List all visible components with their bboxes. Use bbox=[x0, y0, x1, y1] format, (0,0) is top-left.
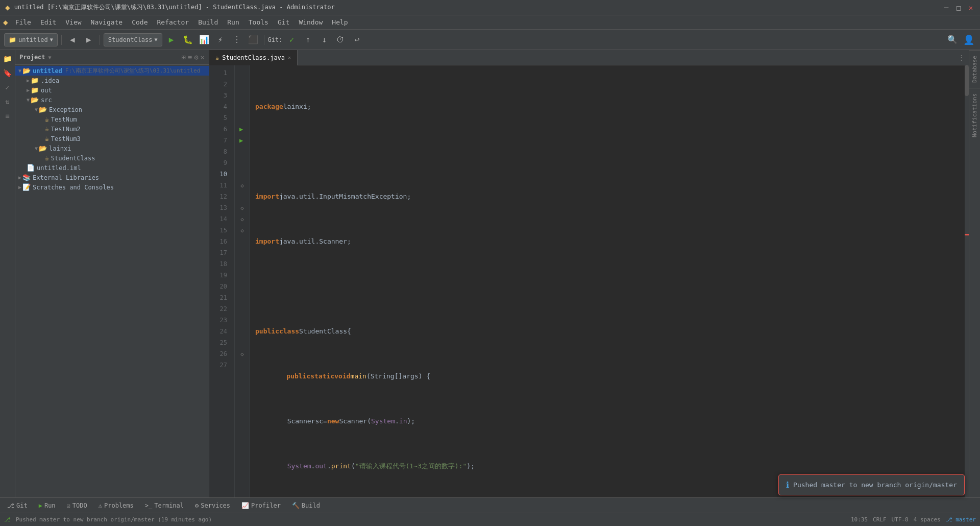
run-tab-icon: ▶ bbox=[39, 502, 42, 509]
tree-item-iml[interactable]: 📄 untitled.iml bbox=[15, 163, 209, 173]
indent-indicator[interactable]: 4 spaces bbox=[914, 516, 941, 523]
menu-build[interactable]: Build bbox=[194, 17, 222, 28]
tree-item-exception[interactable]: ▼ 📂 Exception bbox=[15, 105, 209, 114]
tab-close-button[interactable]: ✕ bbox=[288, 55, 291, 60]
tab-git[interactable]: ⎇ Git bbox=[2, 500, 33, 511]
coverage-button[interactable]: 📊 bbox=[197, 33, 211, 47]
project-selector[interactable]: 📁 untitled ▼ bbox=[4, 33, 58, 46]
code-content[interactable]: package lainxi; import java.util.InputMi… bbox=[250, 65, 969, 497]
project-name: untitled bbox=[18, 36, 48, 43]
menu-navigate[interactable]: Navigate bbox=[87, 17, 127, 28]
tree-item-testnum2[interactable]: ☕ TestNum2 bbox=[15, 124, 209, 134]
menu-help[interactable]: Help bbox=[328, 17, 352, 28]
line-num-6: 6 bbox=[209, 124, 230, 135]
search-button[interactable]: 🔍 bbox=[945, 33, 960, 47]
tree-item-scratches[interactable]: ▶ 📝 Scratches and Consoles bbox=[15, 182, 209, 192]
tab-services[interactable]: ⚙ Services bbox=[190, 500, 235, 511]
problems-tab-icon: ⚠ bbox=[99, 502, 102, 509]
menu-bar: ◆ File Edit View Navigate Code Refactor … bbox=[0, 15, 980, 30]
code-editor[interactable]: 1 2 3 4 5 6 7 8 9 10 11 12 13 14 15 16 1 bbox=[209, 65, 969, 497]
project-view-button[interactable]: 📁 bbox=[1, 52, 14, 65]
vertical-scrollbar[interactable] bbox=[965, 65, 969, 497]
run-button[interactable]: ▶ bbox=[164, 33, 179, 47]
menu-code[interactable]: Code bbox=[128, 17, 152, 28]
menu-window[interactable]: Window bbox=[295, 17, 327, 28]
maximize-button[interactable]: □ bbox=[954, 4, 963, 12]
back-button[interactable]: ◀ bbox=[65, 33, 80, 47]
stop-button[interactable]: ⬛ bbox=[246, 33, 260, 47]
tab-problems[interactable]: ⚠ Problems bbox=[93, 500, 139, 511]
tab-studentclass[interactable]: ☕ StudentClass.java ✕ bbox=[209, 50, 298, 65]
settings-button[interactable]: 👤 bbox=[962, 33, 976, 47]
todo-tab-icon: ☑ bbox=[67, 502, 70, 509]
tree-item-idea[interactable]: ▶ 📁 .idea bbox=[15, 76, 209, 85]
tree-settings-button[interactable]: ⚙ bbox=[194, 53, 198, 61]
bookmark-button[interactable]: 🔖 bbox=[1, 66, 14, 80]
run-arrow-7[interactable]: ▶ bbox=[239, 137, 243, 144]
menu-refactor[interactable]: Refactor bbox=[153, 17, 193, 28]
tab-todo[interactable]: ☑ TODO bbox=[62, 500, 92, 511]
project-dropdown-icon: ▼ bbox=[50, 37, 53, 42]
run-arrow-6[interactable]: ▶ bbox=[239, 126, 243, 133]
line-num-1: 1 bbox=[209, 67, 230, 79]
debug-button[interactable]: 🐛 bbox=[181, 33, 195, 47]
git-push-button[interactable]: ↓ bbox=[317, 33, 331, 47]
run-config-selector[interactable]: StudentClass ▼ bbox=[104, 33, 162, 46]
terminal-tab-icon: >_ bbox=[145, 502, 152, 509]
menu-view[interactable]: View bbox=[61, 17, 85, 28]
line-num-12: 12 bbox=[209, 191, 230, 202]
minimize-button[interactable]: ─ bbox=[942, 4, 950, 12]
fold-icon-13[interactable]: ◇ bbox=[240, 205, 244, 211]
menu-tools[interactable]: Tools bbox=[244, 17, 273, 28]
collapse-all-button[interactable]: ≡ bbox=[188, 53, 192, 61]
tree-item-src[interactable]: ▼ 📂 src bbox=[15, 95, 209, 105]
menu-file[interactable]: File bbox=[11, 17, 35, 28]
menu-run[interactable]: Run bbox=[223, 17, 243, 28]
error-indicator bbox=[965, 234, 969, 235]
database-panel-button[interactable]: Database bbox=[969, 50, 980, 88]
pull-requests-button[interactable]: ⇅ bbox=[1, 95, 14, 108]
commit-button[interactable]: ✓ bbox=[1, 81, 14, 94]
fold-icon-26[interactable]: ◇ bbox=[240, 351, 244, 357]
tree-item-studentclass[interactable]: ☕ StudentClass bbox=[15, 153, 209, 163]
profile-button[interactable]: ⚡ bbox=[213, 33, 228, 47]
build-tab-icon: 🔨 bbox=[292, 502, 300, 509]
tree-item-out[interactable]: ▶ 📁 out bbox=[15, 85, 209, 95]
fold-icon-14[interactable]: ◇ bbox=[240, 216, 244, 223]
tree-item-testnum[interactable]: ☕ TestNum bbox=[15, 114, 209, 124]
code-line-4: import java.util.Scanner; bbox=[255, 236, 964, 247]
tab-build[interactable]: 🔨 Build bbox=[287, 500, 325, 511]
tab-profiler[interactable]: 📈 Profiler bbox=[236, 500, 286, 511]
tree-item-lainxi[interactable]: ▼ 📂 lainxi bbox=[15, 144, 209, 153]
tree-item-root[interactable]: ▼ 📂 untitled F:\南京正厚软件公司\课堂\练习\03.31\unt… bbox=[15, 66, 209, 76]
line-col-indicator[interactable]: 10:35 bbox=[851, 516, 868, 523]
expand-all-button[interactable]: ⊞ bbox=[181, 53, 185, 61]
crlf-indicator[interactable]: CRLF bbox=[873, 516, 887, 523]
more-run-button[interactable]: ⋮ bbox=[230, 33, 244, 47]
close-button[interactable]: ✕ bbox=[967, 4, 975, 12]
menu-git[interactable]: Git bbox=[274, 17, 293, 28]
tab-run[interactable]: ▶ Run bbox=[34, 500, 61, 511]
tab-menu-button[interactable]: ⋮ bbox=[954, 54, 969, 61]
menu-edit[interactable]: Edit bbox=[36, 17, 60, 28]
line-num-22: 22 bbox=[209, 303, 230, 315]
forward-button[interactable]: ▶ bbox=[82, 33, 96, 47]
project-dropdown-arrow[interactable]: ▼ bbox=[48, 55, 52, 60]
tab-java-icon: ☕ bbox=[215, 54, 219, 61]
git-undo-button[interactable]: ↩ bbox=[350, 33, 364, 47]
tab-terminal[interactable]: >_ Terminal bbox=[140, 500, 189, 511]
close-panel-button[interactable]: ✕ bbox=[201, 53, 205, 61]
notifications-panel-button[interactable]: Notifications bbox=[969, 88, 980, 142]
line-num-19: 19 bbox=[209, 270, 230, 281]
tree-item-testnum3[interactable]: ☕ TestNum3 bbox=[15, 134, 209, 144]
structure-button[interactable]: ≡ bbox=[1, 109, 14, 123]
line-num-16: 16 bbox=[209, 236, 230, 247]
fold-icon-11[interactable]: ◇ bbox=[240, 182, 244, 189]
charset-indicator[interactable]: UTF-8 bbox=[892, 516, 909, 523]
tree-item-external-libs[interactable]: ▶ 📚 External Libraries bbox=[15, 173, 209, 182]
fold-icon-15[interactable]: ◇ bbox=[240, 227, 244, 234]
git-update-button[interactable]: ↑ bbox=[301, 33, 315, 47]
branch-indicator[interactable]: ⎇ master bbox=[946, 516, 976, 523]
git-history-button[interactable]: ⏱ bbox=[333, 33, 348, 47]
git-check-button[interactable]: ✓ bbox=[284, 33, 299, 47]
